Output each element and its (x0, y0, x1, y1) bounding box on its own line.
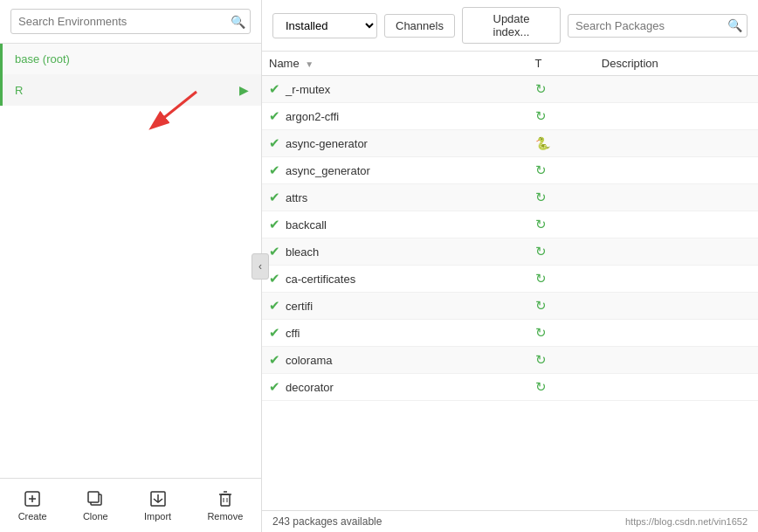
import-label: Import (144, 511, 171, 522)
import-button[interactable]: Import (135, 486, 180, 525)
table-row: ✔ attrs ↻ (262, 184, 758, 211)
spinner-icon: ↻ (535, 108, 547, 123)
table-row: ✔ bleach ↻ (262, 238, 758, 266)
import-icon (148, 489, 168, 508)
remove-button[interactable]: Remove (198, 486, 252, 525)
pkg-name-cell: ✔ colorama (262, 347, 528, 374)
pkg-name: ca-certificates (286, 273, 355, 286)
pkg-check-icon[interactable]: ✔ (269, 190, 280, 205)
table-row: ✔ ca-certificates ↻ (262, 266, 758, 293)
pkg-description-cell (595, 320, 758, 347)
pkg-type-cell: ↻ (528, 293, 595, 320)
spinner-icon: ↻ (535, 325, 547, 340)
spinner-icon: ↻ (535, 190, 547, 204)
pkg-check-icon[interactable]: ✔ (269, 271, 280, 287)
update-index-button[interactable]: Update index... (462, 7, 561, 44)
pkg-name: _r-mutex (286, 83, 330, 96)
pkg-name-cell: ✔ _r-mutex (262, 76, 528, 103)
table-row: ✔ backcall ↻ (262, 211, 758, 238)
clone-button[interactable]: Clone (74, 486, 117, 525)
spinner-icon: ↻ (535, 162, 547, 177)
search-packages-wrapper: 🔍 (568, 14, 748, 38)
packages-available-count: 243 packages available (272, 515, 382, 528)
pkg-name-cell: ✔ backcall (262, 211, 528, 238)
create-label: Create (18, 511, 47, 522)
pkg-description-cell (595, 266, 758, 293)
right-toolbar: Installed All Not installed Upgradeable … (262, 0, 758, 52)
pkg-name: async-generator (286, 137, 368, 150)
search-packages-icon[interactable]: 🔍 (727, 18, 742, 32)
right-panel: ‹ Installed All Not installed Upgradeabl… (262, 0, 758, 532)
pkg-name-cell: ✔ decorator (262, 374, 528, 401)
pkg-check-icon[interactable]: ✔ (269, 217, 280, 232)
pkg-name: bleach (286, 245, 319, 259)
pkg-check-icon[interactable]: ✔ (269, 81, 280, 97)
filter-select[interactable]: Installed All Not installed Upgradeable … (272, 13, 377, 38)
collapse-toggle[interactable]: ‹ (252, 253, 269, 280)
pkg-check-icon[interactable]: ✔ (269, 108, 280, 124)
search-bar-container: 🔍 (0, 0, 261, 44)
pkg-description-cell (595, 238, 758, 266)
pkg-description-cell (595, 293, 758, 320)
pkg-check-icon[interactable]: ✔ (269, 352, 280, 368)
pkg-type-cell: ↻ (528, 184, 595, 211)
spinner-icon: ↻ (535, 244, 547, 259)
pkg-description-cell (595, 103, 758, 130)
create-icon (23, 489, 42, 508)
pkg-check-icon[interactable]: ✔ (269, 325, 280, 341)
env-name-r: R (15, 84, 23, 97)
pkg-type-cell: ↻ (528, 76, 595, 103)
table-row: ✔ certifi ↻ (262, 293, 758, 320)
remove-label: Remove (207, 511, 243, 522)
environment-list: base (root) R ▶ (0, 44, 261, 478)
spinner-icon: ↻ (535, 217, 547, 231)
svg-rect-9 (221, 494, 230, 506)
pkg-name-cell: ✔ ca-certificates (262, 266, 528, 293)
pkg-name-cell: ✔ argon2-cffi (262, 103, 528, 130)
pkg-check-icon[interactable]: ✔ (269, 379, 280, 395)
pkg-name: argon2-cffi (286, 110, 339, 123)
pkg-type-cell: ↻ (528, 103, 595, 130)
spinner-icon: ↻ (535, 81, 547, 96)
clone-icon (86, 489, 105, 508)
channels-button[interactable]: Channels (384, 14, 455, 38)
env-item-base[interactable]: base (root) (0, 44, 261, 74)
csdn-link: https://blog.csdn.net/vin1652 (625, 516, 748, 527)
pkg-check-icon[interactable]: ✔ (269, 162, 280, 178)
pkg-description-cell (595, 130, 758, 157)
pkg-check-icon[interactable]: ✔ (269, 244, 280, 259)
pkg-description-cell (595, 211, 758, 238)
pkg-name: backcall (286, 218, 327, 231)
search-packages-input[interactable] (568, 14, 748, 38)
pkg-type-cell: ↻ (528, 347, 595, 374)
pkg-description-cell (595, 76, 758, 103)
package-table: Name ▼ T Description ✔ _r-mutex ↻ ✔ argo… (262, 52, 758, 401)
play-icon-r: ▶ (239, 83, 249, 97)
remove-icon (216, 489, 235, 508)
create-button[interactable]: Create (10, 486, 56, 525)
pkg-type-cell: 🐍 (528, 130, 595, 157)
search-environments-icon[interactable]: 🔍 (231, 15, 245, 29)
table-row: ✔ _r-mutex ↻ (262, 76, 758, 103)
pkg-name: attrs (286, 191, 307, 204)
search-environments-input[interactable] (10, 9, 251, 34)
col-header-name[interactable]: Name ▼ (262, 52, 528, 76)
pkg-name-cell: ✔ async-generator (262, 130, 528, 157)
sort-arrow-name: ▼ (305, 59, 314, 69)
pkg-check-icon[interactable]: ✔ (269, 135, 280, 151)
pkg-type-cell: ↻ (528, 157, 595, 184)
col-header-description: Description (595, 52, 758, 76)
pkg-name-cell: ✔ attrs (262, 184, 528, 211)
pkg-type-cell: ↻ (528, 266, 595, 293)
pkg-name: decorator (286, 381, 334, 394)
pkg-type-cell: ↻ (528, 374, 595, 401)
table-row: ✔ colorama ↻ (262, 347, 758, 374)
python-icon: 🐍 (535, 136, 550, 150)
pkg-description-cell (595, 347, 758, 374)
env-item-r[interactable]: R ▶ (0, 74, 261, 106)
col-header-type: T (528, 52, 595, 76)
spinner-icon: ↻ (535, 352, 547, 367)
pkg-check-icon[interactable]: ✔ (269, 298, 280, 314)
table-row: ✔ argon2-cffi ↻ (262, 103, 758, 130)
pkg-description-cell (595, 157, 758, 184)
